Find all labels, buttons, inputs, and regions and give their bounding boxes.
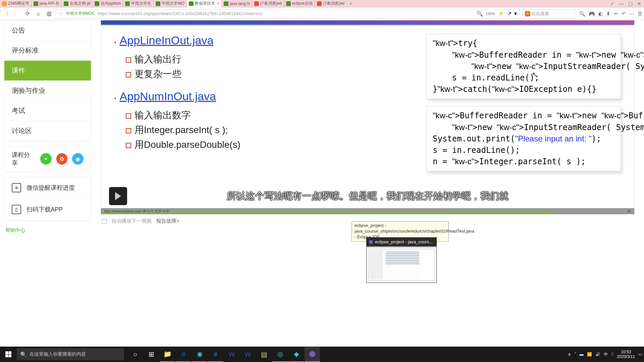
person-icon[interactable]: ጰ: [568, 352, 571, 357]
start-button[interactable]: [0, 347, 17, 362]
forward-button[interactable]: 〉: [13, 10, 21, 18]
play-button[interactable]: [109, 187, 127, 205]
browser-icon[interactable]: ◎: [272, 347, 288, 362]
browser-tab[interactable]: eclipse启动: [284, 0, 315, 7]
code-column: "kw-t">try{ "kw-c">BufferedReader in = "…: [426, 34, 621, 179]
share-label: 课程分享: [12, 151, 36, 167]
search-placeholder: 在此搜索: [532, 11, 549, 17]
browser-tab[interactable]: 数据库技术✕: [187, 0, 222, 7]
zoom-percent: 120%: [486, 12, 495, 16]
browser-tab[interactable]: 中国大学MO: [154, 0, 186, 7]
eclipse-icon: [369, 240, 373, 244]
more-icon[interactable]: ⋯: [629, 11, 634, 17]
browser-tab[interactable]: (7条消息)ed: [252, 0, 284, 7]
task-view-icon[interactable]: ⊞: [144, 347, 159, 362]
word2-icon[interactable]: W: [240, 347, 256, 362]
download-icon[interactable]: ⬇: [606, 11, 610, 17]
sidebar-item[interactable]: 考试: [4, 101, 91, 121]
home-button[interactable]: ⌂: [34, 10, 42, 18]
notes-icon[interactable]: ▤: [256, 347, 272, 362]
video-slide: •AppLineInOut.java 输入输出行 更复杂一些 •AppNumIn…: [101, 20, 635, 215]
sidebar-item[interactable]: 评分标准: [4, 41, 91, 61]
undo-icon[interactable]: ↶: [622, 11, 626, 17]
browser-tab[interactable]: java.lang.N: [222, 0, 252, 7]
cortana-icon[interactable]: ○: [127, 347, 143, 362]
autoplay-label: 自动播放下一视频: [111, 218, 152, 224]
search-icon: 🔍: [20, 351, 27, 358]
browser-tab[interactable]: 在线文档-jd: [62, 0, 93, 7]
wifi-icon[interactable]: 📶: [587, 352, 592, 357]
sidebar: 公告评分标准课件测验与作业考试讨论区 课程分享 ✦ ❂ ◉ ≡ 微信提醒课程进度…: [0, 20, 91, 347]
download-app-button[interactable]: ▯ 扫码下载APP: [4, 199, 91, 220]
url-text: https://www.icourse163.org/spoc/learn/SX…: [98, 11, 474, 16]
search-icon[interactable]: 🔍: [579, 11, 585, 17]
code-box-1: "kw-t">try{ "kw-c">BufferedReader in = "…: [426, 34, 621, 99]
taskbar-thumbnail[interactable]: [366, 247, 437, 283]
browser-tabbar: 2345网址导java API 在在线文档-jd达内python中国大学生中国大…: [0, 0, 644, 7]
game-icon[interactable]: 🎮: [589, 11, 595, 17]
dropdown-icon[interactable]: ▾: [514, 10, 517, 17]
window-close-icon[interactable]: ✕: [637, 1, 641, 6]
url-input[interactable]: ☆ 中国大学MMOC https://www.icourse163.org/sp…: [56, 9, 520, 18]
close-icon[interactable]: ✕: [216, 1, 219, 6]
code-box-2: "kw-c">BufferedReader in = "kw-t">new "k…: [426, 106, 621, 171]
progress-bar[interactable]: http://www.dstang.com 唐大仕 北京大学 26: [101, 208, 634, 214]
library-icon[interactable]: ▥: [45, 10, 53, 18]
help-link[interactable]: 帮助中心: [4, 225, 91, 236]
caption-text: 所以这个写法呢有一点啰嗦。但是呢，我们现在开始初学呢，我们就: [227, 190, 508, 202]
sidebar-item[interactable]: 公告: [4, 20, 91, 41]
edge-icon[interactable]: e: [176, 347, 191, 362]
word-icon[interactable]: W: [224, 347, 239, 362]
ime-label[interactable]: 中: [604, 352, 608, 357]
eclipse-icon[interactable]: [305, 347, 320, 362]
slide-text: •AppLineInOut.java 输入输出行 更复杂一些 •AppNumIn…: [114, 34, 416, 179]
zoom-icon[interactable]: 🔍: [476, 10, 483, 17]
volume-icon[interactable]: 🔊: [595, 352, 600, 357]
thumbnail-header: eclipse_project - java_cours...: [366, 237, 437, 246]
search-input[interactable]: S 在此搜索: [523, 9, 576, 18]
new-tab-button[interactable]: +: [347, 1, 355, 7]
app-icon[interactable]: ◆: [288, 347, 304, 362]
pin-icon[interactable]: ⤢: [610, 1, 614, 6]
chevron-up-icon[interactable]: ˄: [574, 352, 576, 357]
menu-icon[interactable]: ☰: [638, 11, 642, 17]
browser-tab[interactable]: (7条消息)ed: [315, 0, 347, 7]
share-row: 课程分享 ✦ ❂ ◉: [4, 146, 91, 172]
wechat-icon[interactable]: ✦: [40, 153, 52, 165]
sogou-icon: S: [525, 11, 530, 16]
share-icon[interactable]: ↗: [507, 10, 512, 17]
sidebar-item[interactable]: 讨论区: [4, 121, 91, 141]
moon-icon[interactable]: ◐: [598, 11, 603, 17]
browser-tab[interactable]: 中国大学生: [123, 0, 154, 7]
windows-taskbar: 🔍 在这里输入你要搜索的内容 ○ ⊞ 📁 e ◉ e W W ▤ ◎ ◆ ጰ ˄…: [0, 347, 644, 362]
report-fault-link[interactable]: 报告故障>: [156, 218, 179, 224]
browser-tab[interactable]: java API 在: [32, 0, 62, 7]
battery-icon[interactable]: ▬: [580, 352, 584, 357]
star-icon[interactable]: ☆: [59, 10, 63, 17]
browser-tab[interactable]: 达内python: [93, 0, 123, 7]
ie-icon[interactable]: e: [208, 347, 223, 362]
sogou-tray-icon[interactable]: S: [611, 352, 614, 357]
address-bar: 〈 〉 ⟳ ⌂ ▥ ☆ 中国大学MMOC https://www.icourse…: [0, 7, 644, 20]
browser360-icon[interactable]: ◉: [192, 347, 207, 362]
browser-tab[interactable]: 2345网址导: [0, 0, 32, 7]
reload-button[interactable]: ⟳: [23, 10, 32, 18]
window-minimize-icon[interactable]: —: [619, 1, 624, 6]
site-label: 中国大学MMOC: [66, 11, 95, 16]
autoplay-checkbox[interactable]: [102, 219, 107, 224]
qq-icon[interactable]: ◉: [72, 153, 84, 165]
weibo-icon[interactable]: ❂: [56, 153, 68, 165]
flash-icon[interactable]: ⚡: [498, 10, 504, 17]
explorer-icon[interactable]: 📁: [160, 347, 175, 362]
phone-icon: ▯: [12, 205, 21, 214]
clock[interactable]: 10:532020/3/11: [617, 350, 635, 359]
sidebar-item[interactable]: 课件: [4, 61, 91, 81]
sidebar-item[interactable]: 测验与作业: [4, 81, 91, 101]
cut-icon[interactable]: ✂: [614, 11, 618, 17]
back-button[interactable]: 〈: [2, 10, 10, 18]
windows-search[interactable]: 🔍 在这里输入你要搜索的内容: [17, 348, 124, 360]
content-area: •AppLineInOut.java 输入输出行 更复杂一些 •AppNumIn…: [91, 20, 644, 347]
notification-icon[interactable]: ▭: [638, 352, 642, 357]
wechat-remind-button[interactable]: ≡ 微信提醒课程进度: [4, 177, 91, 199]
window-maximize-icon[interactable]: ▢: [628, 1, 633, 6]
